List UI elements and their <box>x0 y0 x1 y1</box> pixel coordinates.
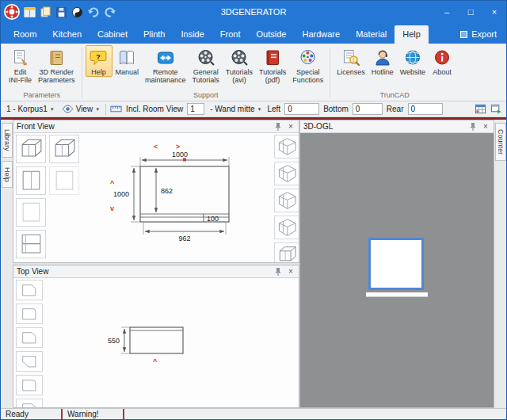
incl-room-view-label[interactable]: Incl. Room View <box>126 105 183 113</box>
website-label: Website <box>400 68 425 76</box>
dock-tab-help[interactable]: Help <box>2 161 13 189</box>
tab-hardware[interactable]: Hardware <box>294 25 348 44</box>
topview-thumbnail[interactable] <box>16 399 43 407</box>
close-icon[interactable]: × <box>286 267 295 277</box>
toolbar-separator <box>105 104 106 115</box>
tab-material[interactable]: Material <box>348 25 395 44</box>
tab-kitchen[interactable]: Kitchen <box>44 25 90 44</box>
tab-front[interactable]: Front <box>212 25 249 44</box>
wireframe-thumbnail[interactable] <box>274 162 299 185</box>
ogl-viewport[interactable] <box>300 133 494 407</box>
cabinet-thumbnail[interactable] <box>16 198 46 227</box>
front-view-canvas[interactable]: < > 1000 862 <box>82 133 272 262</box>
topview-thumbnail[interactable] <box>16 304 43 324</box>
group-label-support: Support <box>86 91 327 101</box>
cabinet-thumbnail[interactable] <box>16 166 46 195</box>
licenses-icon <box>341 48 360 68</box>
dim-height-left: 1000 <box>113 190 129 198</box>
table-icon[interactable] <box>475 103 486 115</box>
tab-plinth[interactable]: Plinth <box>135 25 173 44</box>
bottom-field[interactable]: 0 <box>353 103 383 115</box>
cabinet-thumbnail[interactable] <box>16 230 46 258</box>
about-icon <box>433 48 452 68</box>
tab-cabinet[interactable]: Cabinet <box>90 25 135 44</box>
topview-thumbnail[interactable] <box>16 327 43 348</box>
cabinet-thumbnail[interactable] <box>49 135 79 163</box>
licenses-button[interactable]: Licenses <box>334 45 368 77</box>
close-icon[interactable]: × <box>481 122 490 132</box>
tab-inside[interactable]: Inside <box>173 25 212 44</box>
ogl-title: 3D-OGL <box>303 122 333 131</box>
room-number-field[interactable]: 1 <box>187 103 204 115</box>
about-button[interactable]: About <box>429 45 456 77</box>
remote-maintenance-label: Remotemaintanance <box>145 68 186 84</box>
rear-field[interactable]: 0 <box>408 103 443 115</box>
pin-icon[interactable] <box>273 122 283 132</box>
wall-combo[interactable]: - Wand mitte ▼ <box>208 104 263 114</box>
pin-icon[interactable] <box>468 122 478 132</box>
save-icon[interactable] <box>55 6 67 18</box>
left-dock-strip: Library Help <box>1 120 13 408</box>
export-button[interactable]: Export <box>451 25 506 44</box>
top-thumbnail-list <box>13 278 45 407</box>
help-button[interactable]: Help <box>86 45 112 77</box>
chevron-down-icon: ▼ <box>95 107 100 112</box>
dim-plinth-height: 100 <box>207 215 219 223</box>
ini-file-icon <box>11 48 30 68</box>
general-tutorials-button[interactable]: GeneralTutorials <box>189 45 223 85</box>
ogl-panel: 3D-OGL × <box>299 120 494 408</box>
dock-tab-library[interactable]: Library <box>2 123 13 158</box>
front-thumbnail-list <box>13 133 82 262</box>
hotline-button[interactable]: Hotline <box>368 45 397 77</box>
cabinet-combo[interactable]: 1 - Korpus1 ▼ <box>5 104 56 114</box>
ribbon: EditINI-File 3D RenderParameters Paramet… <box>1 44 506 101</box>
left-field[interactable]: 0 <box>284 103 319 115</box>
manual-button[interactable]: Manual <box>112 45 143 77</box>
tab-outside[interactable]: Outside <box>249 25 295 44</box>
general-tutorials-label: GeneralTutorials <box>193 68 219 84</box>
dock-tab-counter[interactable]: Counter <box>495 123 506 161</box>
topview-thumbnail[interactable] <box>16 351 43 372</box>
tab-help[interactable]: Help <box>395 25 429 44</box>
new-project-icon[interactable] <box>24 6 36 18</box>
room-window-icon[interactable] <box>490 103 502 115</box>
render-parameters-button[interactable]: 3D RenderParameters <box>35 45 78 85</box>
undo-icon[interactable] <box>87 6 100 18</box>
pin-icon[interactable] <box>273 267 283 277</box>
wireframe-thumbnail[interactable] <box>274 216 299 239</box>
group-label-parameters: Parameters <box>6 91 78 101</box>
view-combo-label: View <box>76 105 93 113</box>
cabinet-thumbnail[interactable] <box>49 166 79 195</box>
minimize-button[interactable]: – <box>435 1 459 23</box>
svg-text:>: > <box>176 143 180 151</box>
ruler-icon[interactable] <box>110 103 122 115</box>
close-button[interactable]: × <box>482 1 506 23</box>
wireframe-thumbnail[interactable] <box>274 135 299 158</box>
topview-thumbnail[interactable] <box>16 375 43 395</box>
topview-thumbnail[interactable] <box>16 280 43 300</box>
export-icon <box>460 31 467 38</box>
maximize-button[interactable]: □ <box>459 1 482 23</box>
top-view-title: Top View <box>17 267 48 276</box>
view-combo[interactable]: View ▼ <box>60 102 101 116</box>
cabinet-thumbnail[interactable] <box>16 135 46 163</box>
wireframe-thumbnail[interactable] <box>274 189 299 212</box>
close-icon[interactable]: × <box>286 122 295 132</box>
website-button[interactable]: Website <box>397 45 429 77</box>
redo-icon[interactable] <box>104 6 116 18</box>
front-wireframe-list <box>272 133 299 262</box>
theme-icon[interactable] <box>71 6 83 18</box>
about-label: About <box>433 68 452 76</box>
open-icon[interactable] <box>40 6 51 18</box>
hotline-label: Hotline <box>372 68 394 76</box>
edit-ini-file-button[interactable]: EditINI-File <box>6 45 35 85</box>
wireframe-thumbnail[interactable] <box>274 242 299 262</box>
special-functions-button[interactable]: SpecialFunctions <box>289 45 326 85</box>
tutorials-avi-button[interactable]: Tutorials(avi) <box>223 45 256 85</box>
selected-cabinet-3d[interactable] <box>368 238 424 290</box>
top-view-canvas[interactable]: 550 ^ <box>45 278 299 407</box>
tab-room[interactable]: Room <box>6 25 44 44</box>
remote-maintenance-button[interactable]: Remotemaintanance <box>142 45 189 85</box>
tutorials-pdf-button[interactable]: Tutorials(pdf) <box>256 45 289 85</box>
licenses-label: Licenses <box>337 68 365 76</box>
